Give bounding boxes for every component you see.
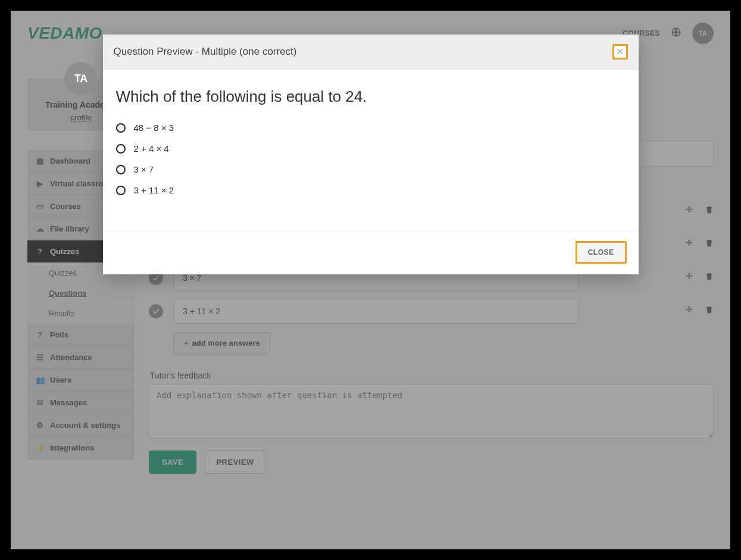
radio-icon — [116, 123, 126, 133]
preview-option-text: 3 + 11 × 2 — [134, 185, 174, 195]
radio-icon — [116, 144, 126, 154]
preview-option-text: 48 − 8 × 3 — [134, 123, 174, 133]
preview-option[interactable]: 48 − 8 × 3 — [116, 123, 626, 133]
preview-option[interactable]: 2 + 4 × 4 — [116, 143, 626, 154]
question-preview-modal: Question Preview - Multiple (one correct… — [103, 35, 639, 274]
avatar-large: TA — [64, 62, 98, 95]
modal-header: Question Preview - Multiple (one correct… — [103, 35, 639, 70]
radio-icon — [116, 186, 126, 195]
modal-overlay: Question Preview - Multiple (one correct… — [11, 11, 730, 549]
close-icon[interactable]: ✕ — [612, 44, 628, 60]
preview-options: 48 − 8 × 32 + 4 × 43 × 73 + 11 × 2 — [116, 123, 626, 195]
close-button[interactable]: CLOSE — [576, 241, 627, 264]
preview-option[interactable]: 3 + 11 × 2 — [116, 185, 626, 195]
preview-option-text: 3 × 7 — [134, 164, 154, 174]
preview-option-text: 2 + 4 × 4 — [134, 143, 169, 154]
preview-question-text: Which of the following is equal to 24. — [116, 87, 626, 106]
radio-icon — [116, 165, 126, 174]
modal-body: Which of the following is equal to 24. 4… — [103, 70, 639, 230]
preview-option[interactable]: 3 × 7 — [116, 164, 626, 174]
modal-title: Question Preview - Multiple (one correct… — [114, 46, 297, 58]
modal-footer: CLOSE — [103, 230, 639, 274]
